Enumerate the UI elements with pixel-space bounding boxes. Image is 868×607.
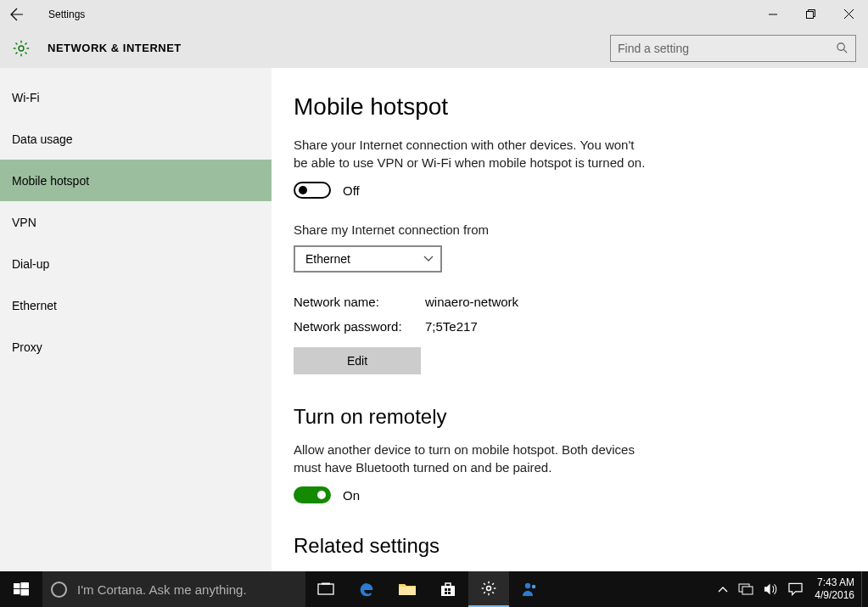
related-title: Related settings <box>294 534 846 558</box>
window-title: Settings <box>34 8 85 20</box>
svg-rect-13 <box>445 592 447 594</box>
taskbar-app-edge[interactable] <box>346 571 387 607</box>
svg-point-17 <box>532 585 535 588</box>
window-controls <box>753 0 868 28</box>
remote-toggle[interactable] <box>294 486 331 503</box>
close-icon <box>844 9 854 19</box>
svg-point-1 <box>19 46 24 51</box>
sidebar-item-proxy[interactable]: Proxy <box>0 326 272 368</box>
gear-icon <box>480 580 497 597</box>
maximize-button[interactable] <box>792 0 830 28</box>
tray-volume-button[interactable] <box>759 571 783 607</box>
settings-window: Settings N <box>0 0 868 571</box>
edge-icon <box>357 580 376 599</box>
header: NETWORK & INTERNET <box>0 28 868 68</box>
remote-toggle-label: On <box>343 488 360 503</box>
sidebar-item-vpn[interactable]: VPN <box>0 201 272 243</box>
taskbar: I'm Cortana. Ask me anything. <box>0 571 868 607</box>
sidebar-item-label: Proxy <box>12 340 42 354</box>
maximize-icon <box>806 9 815 19</box>
clock-time: 7:43 AM <box>817 576 854 589</box>
svg-rect-11 <box>445 588 447 591</box>
task-view-button[interactable] <box>305 571 346 607</box>
chevron-up-icon <box>718 586 728 593</box>
minimize-button[interactable] <box>753 0 792 28</box>
task-view-icon <box>317 582 334 596</box>
taskbar-app-store[interactable] <box>428 571 468 607</box>
back-button[interactable] <box>0 0 34 28</box>
clock[interactable]: 7:43 AM 4/9/2016 <box>808 571 861 607</box>
sidebar-item-ethernet[interactable]: Ethernet <box>0 284 272 326</box>
sidebar-item-wifi[interactable]: Wi-Fi <box>0 76 272 118</box>
sidebar-item-label: Ethernet <box>12 299 57 312</box>
search-input[interactable] <box>618 42 836 55</box>
svg-rect-19 <box>742 587 753 594</box>
taskbar-app-feedback[interactable] <box>509 571 550 607</box>
tray-overflow-button[interactable] <box>713 571 733 607</box>
svg-rect-3 <box>14 583 20 588</box>
windows-logo-icon <box>14 582 29 597</box>
share-from-label: Share my Internet connection from <box>294 222 846 237</box>
hotspot-toggle[interactable] <box>294 182 331 199</box>
titlebar-left: Settings <box>0 0 85 28</box>
network-password-label: Network password: <box>294 319 425 334</box>
sidebar-item-label: Wi-Fi <box>12 91 40 104</box>
remote-description: Allow another device to turn on mobile h… <box>294 441 650 476</box>
svg-rect-8 <box>322 583 330 585</box>
edit-button[interactable]: Edit <box>294 347 421 374</box>
system-tray: 7:43 AM 4/9/2016 <box>713 571 868 607</box>
network-password-value: 7;5Te217 <box>425 319 478 334</box>
taskbar-app-settings[interactable] <box>468 571 509 607</box>
network-name-row: Network name: winaero-network <box>294 295 846 309</box>
category-title: NETWORK & INTERNET <box>48 42 182 54</box>
start-button[interactable] <box>0 571 42 607</box>
store-icon <box>440 581 456 598</box>
hotspot-description: Share your Internet connection with othe… <box>294 136 650 171</box>
show-desktop-button[interactable] <box>861 571 866 607</box>
sidebar-item-label: VPN <box>12 216 36 229</box>
svg-point-15 <box>487 587 491 591</box>
sidebar-item-label: Dial-up <box>12 257 49 271</box>
toggle-knob-icon <box>317 491 326 499</box>
titlebar: Settings <box>0 0 868 28</box>
hotspot-toggle-row: Off <box>294 182 846 199</box>
svg-rect-14 <box>448 592 451 594</box>
back-arrow-icon <box>10 8 24 21</box>
cortana-placeholder: I'm Cortana. Ask me anything. <box>77 582 247 597</box>
notification-icon <box>788 582 803 596</box>
remote-title: Turn on remotely <box>294 405 846 429</box>
task-icons <box>305 571 550 607</box>
tray-action-center-button[interactable] <box>783 571 808 607</box>
network-password-row: Network password: 7;5Te217 <box>294 319 846 334</box>
person-icon <box>521 581 538 598</box>
sidebar: Wi-Fi Data usage Mobile hotspot VPN Dial… <box>0 68 272 571</box>
remote-toggle-row: On <box>294 486 846 503</box>
network-name-label: Network name: <box>294 295 425 309</box>
svg-rect-6 <box>21 589 30 596</box>
network-name-value: winaero-network <box>425 295 518 309</box>
share-from-value: Ethernet <box>305 252 350 266</box>
svg-rect-4 <box>21 582 30 588</box>
share-from-dropdown[interactable]: Ethernet <box>294 245 442 273</box>
svg-rect-7 <box>318 584 333 594</box>
sidebar-item-data-usage[interactable]: Data usage <box>0 118 272 160</box>
body: Wi-Fi Data usage Mobile hotspot VPN Dial… <box>0 68 868 571</box>
sidebar-item-mobile-hotspot[interactable]: Mobile hotspot <box>0 160 272 201</box>
search-box[interactable] <box>610 35 856 62</box>
sidebar-item-label: Data usage <box>12 132 73 146</box>
svg-rect-9 <box>399 587 416 595</box>
sidebar-item-label: Mobile hotspot <box>12 174 89 188</box>
chevron-down-icon <box>423 256 434 262</box>
gear-icon <box>12 39 31 58</box>
sidebar-item-dial-up[interactable]: Dial-up <box>0 243 272 284</box>
header-left: NETWORK & INTERNET <box>12 39 182 58</box>
tray-network-button[interactable] <box>733 571 759 607</box>
cortana-search[interactable]: I'm Cortana. Ask me anything. <box>42 571 305 607</box>
toggle-knob-icon <box>299 186 307 194</box>
svg-point-16 <box>525 583 530 588</box>
svg-rect-5 <box>14 589 20 594</box>
clock-date: 4/9/2016 <box>815 589 854 602</box>
svg-rect-0 <box>807 12 814 19</box>
close-button[interactable] <box>830 0 868 28</box>
taskbar-app-explorer[interactable] <box>387 571 428 607</box>
